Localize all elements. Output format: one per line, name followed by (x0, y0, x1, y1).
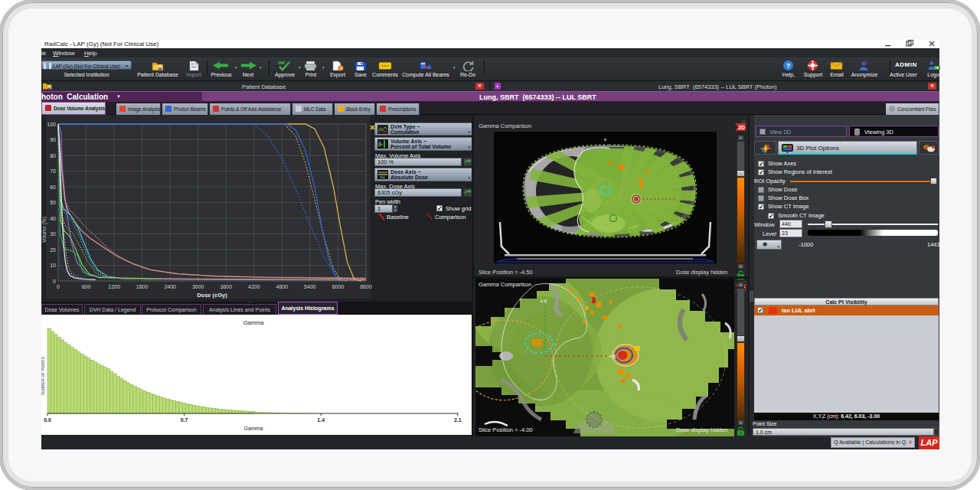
svg-text:3600: 3600 (220, 284, 233, 289)
svg-text:0: 0 (53, 279, 56, 284)
svg-text:60: 60 (50, 185, 56, 190)
svg-text:Dose (cGy): Dose (cGy) (197, 292, 227, 299)
svg-text:2.1: 2.1 (454, 417, 462, 423)
svg-text:70: 70 (50, 168, 56, 174)
svg-text:0.0: 0.0 (44, 417, 51, 423)
svg-text:6000: 6000 (332, 284, 345, 289)
svg-text:1200: 1200 (108, 284, 120, 289)
svg-text:600: 600 (82, 284, 91, 289)
svg-text:30: 30 (50, 231, 56, 237)
svg-text:20: 20 (50, 247, 56, 253)
svg-text:Volume (%): Volume (%) (41, 217, 47, 243)
svg-text:2D: 2D (738, 125, 745, 130)
svg-text:10: 10 (50, 263, 56, 268)
svg-text:3000: 3000 (192, 284, 204, 289)
svg-text:+Y: +Y (540, 298, 548, 305)
svg-text:1800: 1800 (136, 284, 149, 289)
svg-text:2400: 2400 (164, 284, 176, 289)
svg-text:40: 40 (50, 216, 56, 221)
svg-text:4800: 4800 (276, 284, 289, 289)
svg-text:0: 0 (57, 284, 60, 289)
svg-text:80: 80 (50, 153, 56, 158)
svg-text:?: ? (865, 60, 869, 67)
svg-text:?: ? (786, 62, 791, 70)
svg-text:90: 90 (50, 137, 56, 142)
svg-text:50: 50 (50, 200, 56, 205)
svg-text:5400: 5400 (304, 284, 316, 289)
svg-text:OK: OK (278, 60, 286, 65)
svg-text:100: 100 (47, 122, 56, 127)
svg-text:6600: 6600 (360, 284, 372, 289)
svg-text:Gamma: Gamma (243, 319, 265, 326)
svg-text:0.7: 0.7 (181, 417, 188, 423)
svg-text:Gamma: Gamma (244, 426, 263, 431)
svg-text:NUMBER OF POINTS: NUMBER OF POINTS (41, 356, 45, 395)
svg-text:4200: 4200 (248, 284, 260, 289)
svg-text:500: 500 (380, 175, 385, 179)
svg-text:+X: +X (609, 353, 617, 360)
svg-text:1.4: 1.4 (317, 417, 325, 423)
svg-text:2%: 2% (378, 142, 383, 146)
